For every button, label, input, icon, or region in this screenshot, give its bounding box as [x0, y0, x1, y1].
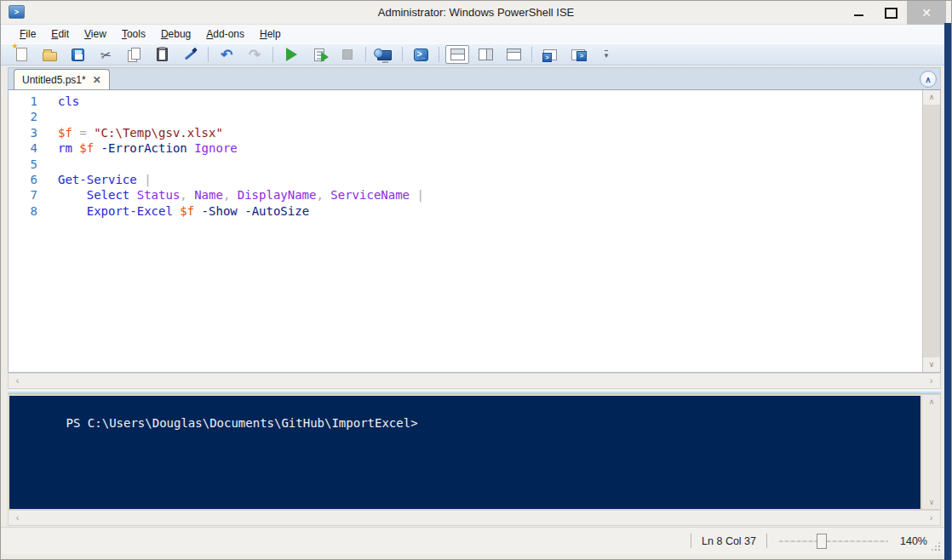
undo-button[interactable]: ↶ [215, 45, 238, 64]
window-title: Administrator: Windows PowerShell ISE [1, 6, 951, 19]
code-line: 8 Export-Excel $f -Show -AutoSize [9, 203, 921, 219]
console-horizontal-scrollbar[interactable]: ‹ › [8, 510, 941, 526]
powershell-window-right-button[interactable] [566, 45, 590, 64]
console-prompt: PS C:\Users\Douglas\Documents\GitHub\Imp… [66, 416, 418, 430]
resize-grip-icon[interactable] [930, 540, 940, 551]
menu-edit[interactable]: Edit [43, 26, 77, 42]
menu-tools[interactable]: Tools [114, 26, 153, 42]
status-separator [691, 534, 691, 548]
clear-console-button[interactable] [178, 45, 202, 64]
tab-close-icon[interactable]: ✕ [93, 74, 101, 86]
code-text: $f = "C:\Temp\gsv.xlsx" [58, 125, 223, 140]
code-line: 3$f = "C:\Temp\gsv.xlsx" [9, 125, 921, 140]
new-remote-powershell-tab-icon [377, 50, 392, 60]
tab-strip: Untitled5.ps1* ✕ ∧ [8, 67, 941, 89]
new-script-button[interactable] [9, 45, 33, 64]
scroll-right-icon[interactable]: › [924, 511, 938, 525]
toolbar-separator [402, 47, 403, 62]
minimize-button[interactable] [842, 1, 875, 25]
show-script-pane-top-icon [450, 49, 465, 60]
clear-console-icon [182, 47, 198, 62]
scroll-right-icon[interactable]: › [924, 374, 938, 388]
stop-operation-icon [342, 49, 353, 60]
cut-button[interactable]: ✂ [94, 45, 118, 64]
code-text: Select Status, Name, DisplayName, Servic… [58, 187, 424, 203]
copy-button[interactable] [122, 45, 146, 64]
open-script-icon [43, 52, 57, 61]
code-line: 6Get-Service | [9, 172, 921, 187]
scroll-left-icon[interactable]: ‹ [10, 374, 25, 388]
powershell-window-right-icon [571, 49, 585, 60]
show-script-pane-right-button[interactable] [473, 45, 497, 64]
zoom-slider-track[interactable] [779, 540, 888, 542]
status-separator [766, 534, 767, 548]
close-button[interactable]: ✕ [907, 1, 946, 25]
scroll-left-icon[interactable]: ‹ [10, 511, 25, 525]
console-vertical-scrollbar[interactable]: ∧ ∨ [921, 395, 940, 509]
start-powershell-exe-icon [414, 49, 428, 61]
tab-untitled5[interactable]: Untitled5.ps1* ✕ [14, 69, 110, 90]
menu-addons[interactable]: Add-ons [198, 26, 252, 42]
toolbar-separator [531, 47, 532, 62]
toolbar: ✂↶↷▾ [1, 43, 951, 66]
zoom-level: 140% [900, 535, 927, 547]
paste-icon [157, 48, 168, 61]
line-number: 8 [9, 203, 58, 219]
line-number: 2 [9, 109, 58, 124]
open-script-button[interactable] [37, 45, 61, 64]
scroll-up-icon[interactable]: ∧ [924, 395, 939, 409]
redo-icon: ↷ [249, 48, 261, 62]
run-script-icon [286, 48, 297, 61]
new-remote-powershell-tab-button[interactable] [372, 45, 396, 64]
powershell-app-icon: > [9, 5, 25, 19]
run-selection-button[interactable] [307, 45, 331, 64]
scroll-down-icon[interactable]: ∨ [924, 495, 939, 509]
cut-icon: ✂ [99, 48, 112, 62]
code-text: cls [58, 94, 79, 109]
new-script-icon [16, 48, 27, 61]
editor-horizontal-scrollbar[interactable]: ‹ › [8, 373, 941, 389]
scroll-down-icon[interactable]: ∨ [923, 357, 940, 372]
scroll-up-icon[interactable]: ∧ [923, 90, 940, 105]
zoom-slider[interactable] [779, 534, 888, 549]
menu-help[interactable]: Help [252, 26, 289, 42]
line-number: 1 [9, 94, 58, 109]
code-lines: 1cls23$f = "C:\Temp\gsv.xlsx"4rm $f -Err… [9, 94, 921, 372]
save-button[interactable] [66, 45, 89, 64]
window-right-border [944, 23, 951, 560]
line-number: 4 [9, 140, 58, 156]
code-text: Export-Excel $f -Show -AutoSize [58, 203, 309, 219]
script-editor-pane[interactable]: 1cls23$f = "C:\Temp\gsv.xlsx"4rm $f -Err… [8, 89, 941, 373]
maximize-button[interactable] [875, 1, 907, 25]
menu-file[interactable]: File [12, 26, 43, 42]
show-script-pane-right-icon [479, 49, 493, 60]
line-number: 5 [9, 157, 58, 172]
toolbar-separator [272, 47, 273, 62]
stop-operation-button [335, 45, 359, 64]
redo-button: ↷ [243, 45, 267, 64]
show-script-pane-top-button[interactable] [445, 45, 469, 64]
show-script-pane-maximized-button[interactable] [502, 45, 525, 64]
script-pane-collapse-button[interactable]: ∧ [920, 71, 937, 88]
menu-debug[interactable]: Debug [153, 26, 198, 42]
editor-vertical-scrollbar[interactable]: ∧ ∨ [922, 90, 940, 372]
menu-view[interactable]: View [77, 26, 114, 42]
code-line: 2 [9, 109, 921, 124]
menu-bar: FileEditViewToolsDebugAdd-onsHelp [1, 25, 951, 43]
copy-icon [127, 48, 141, 61]
run-script-button[interactable] [279, 45, 303, 64]
powershell-ise-window: > Administrator: Windows PowerShell ISE … [0, 0, 952, 560]
tab-label: Untitled5.ps1* [22, 74, 86, 86]
console-pane-wrap: PS C:\Users\Douglas\Documents\GitHub\Imp… [8, 394, 941, 510]
run-selection-icon [314, 49, 324, 61]
console-pane[interactable]: PS C:\Users\Douglas\Documents\GitHub\Imp… [9, 396, 920, 509]
start-powershell-exe-button[interactable] [409, 45, 433, 64]
toolbar-overflow-icon: ▾ [605, 50, 609, 60]
powershell-window-left-button[interactable] [538, 45, 562, 64]
paste-button[interactable] [150, 45, 174, 64]
line-number: 7 [9, 187, 58, 203]
toolbar-overflow-button[interactable]: ▾ [594, 45, 618, 64]
zoom-slider-thumb[interactable] [817, 534, 827, 549]
title-bar[interactable]: > Administrator: Windows PowerShell ISE … [1, 1, 951, 25]
cursor-position: Ln 8 Col 37 [702, 535, 756, 547]
